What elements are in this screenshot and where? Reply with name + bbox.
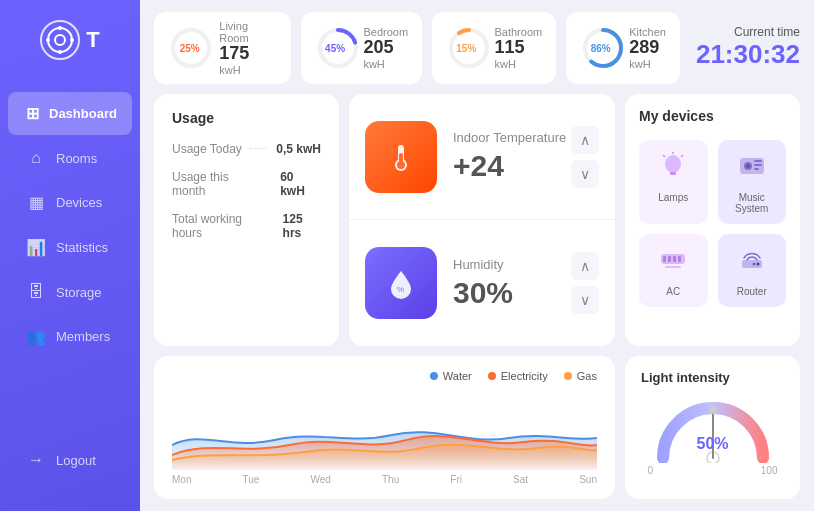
- day-sat: Sat: [513, 474, 528, 485]
- day-tue: Tue: [243, 474, 260, 485]
- room-info: Bathroom 115 kwH: [494, 26, 542, 70]
- temp-down-button[interactable]: ∨: [571, 160, 599, 188]
- hum-down-button[interactable]: ∨: [571, 286, 599, 314]
- room-info: Living Room 175 kwH: [219, 20, 277, 76]
- sidebar-item-rooms[interactable]: ⌂ Rooms: [8, 137, 132, 179]
- router-icon: [736, 244, 768, 282]
- current-time-value: 21:30:32: [696, 39, 800, 70]
- devices-icon: ▦: [26, 193, 46, 212]
- device-router[interactable]: Router: [718, 234, 787, 307]
- gauge-labels: 0 100: [648, 465, 778, 476]
- sidebar-item-members[interactable]: 👥 Members: [8, 315, 132, 358]
- room-stat-bedroom: 45% Bedroom 205 kwH: [301, 12, 422, 84]
- statistics-icon: 📊: [26, 238, 46, 257]
- ring-container: 86%: [580, 25, 621, 71]
- ring-container: 25%: [168, 25, 211, 71]
- device-lamps[interactable]: Lamps: [639, 140, 708, 224]
- sidebar-item-label: Statistics: [56, 240, 108, 255]
- room-info: Kitchen 289 kwH: [629, 26, 666, 70]
- svg-point-3: [58, 50, 62, 54]
- logout-label: Logout: [56, 453, 96, 468]
- temp-icon-box: [365, 121, 437, 193]
- svg-point-38: [752, 262, 755, 265]
- sidebar-item-dashboard[interactable]: ⊞ Dashboard: [8, 92, 132, 135]
- water-dot: [430, 372, 438, 380]
- sidebar-item-statistics[interactable]: 📊 Statistics: [8, 226, 132, 269]
- room-name: Living Room: [219, 20, 277, 44]
- chart-svg: [172, 390, 597, 470]
- ring-container: 45%: [315, 25, 356, 71]
- logo-icon: [40, 20, 80, 60]
- gauge-container: 50%: [648, 393, 778, 463]
- legend-electricity: Electricity: [488, 370, 548, 382]
- room-unit: kwH: [629, 58, 666, 70]
- humidity-row: % Humidity 30% ∧ ∨: [349, 220, 615, 346]
- chart-legend: Water Electricity Gas: [172, 370, 597, 382]
- ring-percent: 45%: [325, 42, 345, 53]
- hum-value: 30%: [453, 276, 571, 310]
- devices-grid: Lamps Music System: [639, 140, 786, 307]
- day-mon: Mon: [172, 474, 191, 485]
- room-value: 289: [629, 38, 666, 58]
- usage-today-label: Usage Today: [172, 142, 242, 156]
- logout-button[interactable]: → Logout: [8, 439, 132, 481]
- svg-rect-33: [673, 256, 676, 262]
- hum-icon-box: %: [365, 247, 437, 319]
- top-stats-row: 25% Living Room 175 kwH 45% Bedroom 205 …: [154, 12, 800, 84]
- gas-label: Gas: [577, 370, 597, 382]
- water-label: Water: [443, 370, 472, 382]
- svg-rect-34: [678, 256, 681, 262]
- usage-month-value: 60 kwH: [280, 170, 321, 198]
- ring-percent: 15%: [456, 42, 476, 53]
- svg-point-4: [46, 38, 50, 42]
- svg-rect-28: [754, 164, 762, 166]
- thermometer-icon: [383, 139, 419, 175]
- dashboard-icon: ⊞: [26, 104, 39, 123]
- svg-point-5: [70, 38, 74, 42]
- usage-today-value: 0,5 kwH: [276, 142, 321, 156]
- svg-rect-29: [754, 168, 759, 170]
- day-thu: Thu: [382, 474, 399, 485]
- svg-point-26: [746, 164, 750, 168]
- usage-month-label: Usage this month: [172, 170, 264, 198]
- usage-hours-label: Total working hours: [172, 212, 267, 240]
- svg-rect-31: [663, 256, 666, 262]
- sidebar-item-devices[interactable]: ▦ Devices: [8, 181, 132, 224]
- day-wed: Wed: [311, 474, 331, 485]
- temp-info: Indoor Temperature +24: [453, 130, 571, 183]
- device-ac[interactable]: AC: [639, 234, 708, 307]
- day-sun: Sun: [579, 474, 597, 485]
- room-value: 175: [219, 44, 277, 64]
- hum-controls: ∧ ∨: [571, 252, 599, 314]
- legend-gas: Gas: [564, 370, 597, 382]
- room-unit: kwH: [363, 58, 408, 70]
- sidebar-item-label: Members: [56, 329, 110, 344]
- sidebar: T ⊞ Dashboard ⌂ Rooms ▦ Devices 📊 Statis…: [0, 0, 140, 511]
- usage-card: Usage Usage Today 0,5 kwH Usage this mon…: [154, 94, 339, 346]
- electricity-dot: [488, 372, 496, 380]
- svg-point-17: [397, 161, 405, 169]
- ac-icon: [657, 244, 689, 282]
- router-label: Router: [737, 286, 767, 297]
- gauge-min: 0: [648, 465, 654, 476]
- temp-up-button[interactable]: ∧: [571, 126, 599, 154]
- bottom-row: Water Electricity Gas: [154, 356, 800, 499]
- hum-info: Humidity 30%: [453, 257, 571, 310]
- logout-area: → Logout: [0, 429, 140, 491]
- temp-name: Indoor Temperature: [453, 130, 571, 145]
- humidity-icon: %: [383, 265, 419, 301]
- sidebar-item-label: Storage: [56, 285, 102, 300]
- usage-hours-value: 125 hrs: [283, 212, 321, 240]
- current-time-label: Current time: [696, 25, 800, 39]
- music-label: Music System: [726, 192, 779, 214]
- hum-up-button[interactable]: ∧: [571, 252, 599, 280]
- chart-labels: Mon Tue Wed Thu Fri Sat Sun: [172, 474, 597, 485]
- device-music[interactable]: Music System: [718, 140, 787, 224]
- svg-point-2: [58, 26, 62, 30]
- sidebar-item-storage[interactable]: 🗄 Storage: [8, 271, 132, 313]
- room-info: Bedroom 205 kwH: [363, 26, 408, 70]
- electricity-label: Electricity: [501, 370, 548, 382]
- lamps-icon: [657, 150, 689, 188]
- room-unit: kwH: [219, 64, 277, 76]
- room-stat-living-room: 25% Living Room 175 kwH: [154, 12, 291, 84]
